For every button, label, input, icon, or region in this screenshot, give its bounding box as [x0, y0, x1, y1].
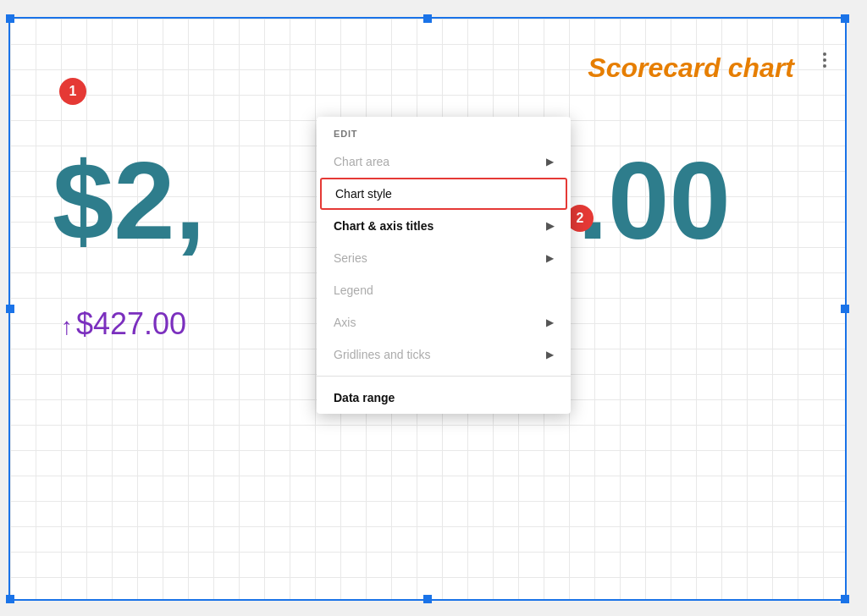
menu-item-axis[interactable]: Axis ▶	[317, 306, 571, 338]
sub-value-amount: $427.00	[76, 306, 186, 341]
chevron-icon: ▶	[546, 252, 554, 264]
menu-item-chart-style[interactable]: Chart style	[320, 178, 567, 210]
menu-item-legend[interactable]: Legend	[317, 274, 571, 306]
badge-1: 1	[59, 78, 86, 105]
handle-top-right[interactable]	[841, 14, 849, 23]
menu-item-label: Chart & axis titles	[334, 219, 434, 233]
handle-mid-right[interactable]	[841, 305, 849, 313]
chart-sub-value: ↑$427.00	[61, 306, 186, 342]
chevron-icon: ▶	[546, 156, 554, 168]
menu-divider	[317, 376, 571, 377]
handle-bot-center[interactable]	[423, 595, 432, 603]
menu-item-label: Chart area	[334, 155, 389, 168]
dot	[823, 58, 826, 62]
dot	[823, 52, 826, 56]
menu-item-label: Legend	[334, 283, 373, 297]
more-options-button[interactable]	[823, 52, 826, 68]
handle-bot-right[interactable]	[841, 595, 849, 603]
dot	[823, 64, 826, 68]
menu-item-data-range[interactable]: Data range	[317, 382, 571, 414]
chart-main-value: $2,	[52, 146, 206, 256]
chart-title: Scorecard chart	[588, 52, 794, 84]
menu-item-label: Data range	[334, 391, 395, 404]
menu-item-label: Axis	[334, 316, 356, 329]
menu-item-label: Chart style	[335, 187, 392, 201]
menu-item-gridlines[interactable]: Gridlines and ticks ▶	[317, 338, 571, 371]
sub-value-arrow: ↑	[61, 313, 73, 339]
handle-top-center[interactable]	[423, 14, 432, 23]
chevron-icon: ▶	[546, 220, 554, 232]
handle-mid-left[interactable]	[6, 305, 14, 313]
menu-item-chart-area[interactable]: Chart area ▶	[317, 146, 571, 178]
chevron-icon: ▶	[546, 349, 554, 360]
main-value-left: $2,	[52, 139, 206, 262]
menu-item-chart-axis-titles[interactable]: Chart & axis titles ▶	[317, 210, 571, 242]
handle-bot-left[interactable]	[6, 595, 14, 603]
context-menu: EDIT Chart area ▶ Chart style Chart & ax…	[317, 117, 571, 414]
chart-main-value-suffix: .00	[577, 146, 731, 256]
menu-section-edit: EDIT	[317, 117, 571, 146]
menu-item-label: Series	[334, 251, 367, 265]
handle-top-left[interactable]	[6, 14, 14, 23]
menu-item-series[interactable]: Series ▶	[317, 242, 571, 274]
menu-item-label: Gridlines and ticks	[334, 348, 430, 361]
chevron-icon: ▶	[546, 316, 554, 328]
